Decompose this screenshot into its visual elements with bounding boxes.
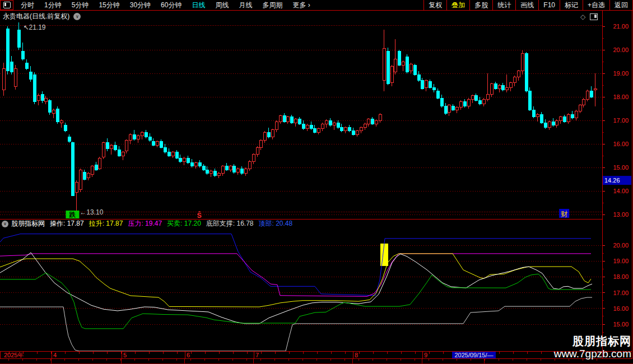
svg-text:18.00: 18.00 bbox=[613, 273, 629, 280]
indicator-chevron-icon[interactable] bbox=[2, 221, 8, 227]
menu-item-tool-1[interactable]: 叠加 bbox=[446, 0, 469, 10]
cutoff-tick bbox=[387, 359, 387, 361]
menu-item-period-1[interactable]: 1分钟 bbox=[39, 0, 67, 10]
indicator-site-name: 股朋指标网 bbox=[11, 219, 45, 228]
menu-item-period-8[interactable]: 月线 bbox=[234, 0, 257, 10]
signal-bar-marker bbox=[380, 244, 388, 266]
indicator-value-0: 操作: 17.87 bbox=[50, 220, 84, 227]
cutoff-tick bbox=[457, 359, 457, 361]
indicator-gridlines bbox=[0, 245, 602, 324]
month-separator bbox=[353, 352, 353, 358]
minor-tick bbox=[93, 352, 94, 354]
svg-text:18.00: 18.00 bbox=[613, 94, 629, 100]
cutoff-month-tick bbox=[184, 359, 185, 363]
date-axis[interactable]: 2025年 456789102025/09/15/— bbox=[0, 351, 632, 359]
minor-tick bbox=[583, 352, 584, 354]
month-separator bbox=[122, 352, 122, 358]
cutoff-tick bbox=[134, 359, 135, 361]
menu-item-period-2[interactable]: 5分钟 bbox=[67, 0, 94, 10]
minor-tick bbox=[443, 352, 444, 354]
minor-tick bbox=[261, 352, 262, 354]
svg-text:财: 财 bbox=[561, 210, 567, 218]
month-separator bbox=[52, 352, 52, 358]
svg-text:←13.10: ←13.10 bbox=[80, 208, 103, 216]
minor-tick bbox=[317, 352, 318, 354]
svg-text:14.26: 14.26 bbox=[604, 177, 620, 184]
cutoff-tick bbox=[190, 359, 191, 361]
menu-item-period-10[interactable]: 更多 › bbox=[287, 0, 315, 10]
cutoff-tick bbox=[218, 359, 219, 361]
stock-title[interactable]: 永贵电器(日线.前复权) bbox=[3, 12, 69, 21]
minor-tick bbox=[555, 352, 556, 354]
minor-tick bbox=[387, 352, 388, 354]
minor-tick bbox=[107, 352, 108, 354]
menu-item-period-0[interactable]: 分时 bbox=[16, 0, 39, 10]
minor-tick bbox=[247, 352, 248, 354]
tools-menu: 复权叠加多股统计画线F10标记+自选返回 bbox=[423, 0, 633, 10]
menu-item-tool-6[interactable]: 标记 bbox=[560, 0, 583, 10]
cutoff-tick bbox=[22, 359, 23, 361]
menu-item-tool-4[interactable]: 画线 bbox=[515, 0, 538, 10]
sell-marker: Ŝ bbox=[197, 211, 202, 219]
bottom-cutoff-strip bbox=[0, 359, 633, 364]
cutoff-tick bbox=[555, 359, 555, 361]
cutoff-tick bbox=[274, 359, 275, 361]
menu-item-period-9[interactable]: 多周期 bbox=[257, 0, 287, 10]
cutoff-tick bbox=[583, 359, 583, 361]
month-label-0: 4 bbox=[53, 352, 57, 358]
month-separator bbox=[422, 352, 423, 358]
menu-item-period-4[interactable]: 30分钟 bbox=[125, 0, 156, 10]
split-window-icon[interactable] bbox=[590, 13, 598, 20]
indicator-line-4 bbox=[0, 273, 591, 329]
cutoff-tick bbox=[148, 359, 149, 361]
menu-item-tool-5[interactable]: F10 bbox=[538, 0, 560, 10]
cutoff-tick bbox=[78, 359, 79, 361]
chevron-down-icon[interactable] bbox=[73, 13, 81, 20]
cutoff-tick bbox=[485, 359, 485, 361]
cutoff-tick bbox=[345, 359, 345, 361]
minor-tick bbox=[79, 352, 80, 354]
window-layout-icon bbox=[3, 2, 11, 8]
cutoff-tick bbox=[597, 359, 597, 361]
cutoff-month-tick bbox=[121, 359, 122, 363]
minor-tick bbox=[345, 352, 346, 354]
svg-text:20.00: 20.00 bbox=[613, 242, 629, 249]
top-menu-bar: 分时1分钟5分钟15分钟30分钟60分钟日线周线月线多周期更多 › 复权叠加多股… bbox=[0, 0, 633, 11]
menu-item-period-6[interactable]: 日线 bbox=[187, 0, 210, 10]
selected-date-box: 2025/09/15/— bbox=[452, 352, 496, 358]
minor-tick bbox=[415, 352, 416, 354]
diamond-icon[interactable]: ◇ bbox=[580, 13, 585, 20]
title-right-icons: ◇ bbox=[580, 13, 598, 20]
svg-text:19.00: 19.00 bbox=[613, 70, 629, 77]
candlestick-series bbox=[2, 22, 597, 212]
indicator-value-2: 压力: 19.47 bbox=[128, 220, 162, 227]
minor-tick bbox=[233, 352, 234, 354]
svg-text:↖21.19: ↖21.19 bbox=[23, 24, 45, 31]
menu-item-tool-8[interactable]: 返回 bbox=[609, 0, 633, 10]
menu-item-tool-2[interactable]: 多股 bbox=[469, 0, 492, 10]
cutoff-tick bbox=[316, 359, 317, 361]
cutoff-tick bbox=[499, 359, 499, 361]
minor-tick bbox=[191, 352, 192, 354]
month-separator bbox=[254, 352, 254, 358]
cutoff-tick bbox=[527, 359, 527, 361]
menu-item-period-7[interactable]: 周线 bbox=[210, 0, 234, 10]
cutoff-tick bbox=[373, 359, 373, 361]
menu-item-period-3[interactable]: 15分钟 bbox=[94, 0, 124, 10]
minor-tick bbox=[429, 352, 430, 354]
indicator-price-axis: 20.0019.0018.0017.0016.0015.00 bbox=[602, 242, 629, 332]
cutoff-tick bbox=[92, 359, 93, 361]
menu-item-tool-3[interactable]: 统计 bbox=[492, 0, 515, 10]
minor-tick bbox=[163, 352, 164, 354]
minor-tick bbox=[373, 352, 374, 354]
cutoff-tick bbox=[429, 359, 429, 361]
menu-item-period-5[interactable]: 60分钟 bbox=[156, 0, 187, 10]
cutoff-tick bbox=[232, 359, 233, 361]
cutoff-tick bbox=[64, 359, 65, 361]
minor-tick bbox=[527, 352, 528, 354]
menu-item-tool-7[interactable]: +自选 bbox=[583, 0, 609, 10]
svg-text:跌: 跌 bbox=[69, 211, 76, 218]
menu-item-tool-0[interactable]: 复权 bbox=[423, 0, 446, 10]
cutoff-month-tick bbox=[51, 359, 52, 363]
window-layout-button[interactable] bbox=[0, 0, 13, 10]
